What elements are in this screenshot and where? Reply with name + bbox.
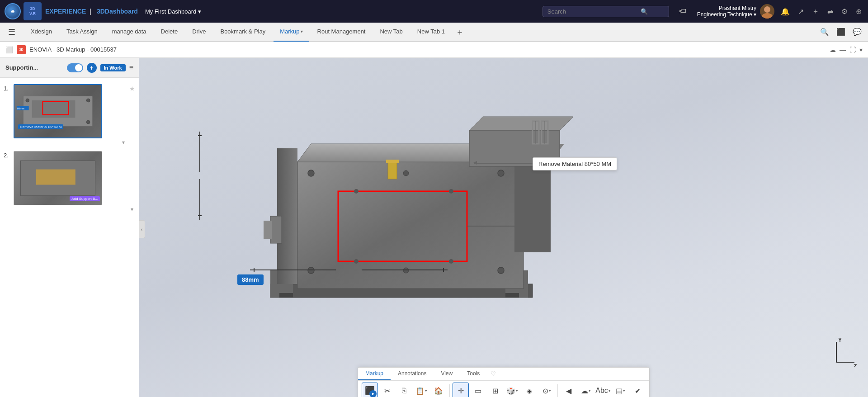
tab-annotations[interactable]: Annotations: [391, 368, 434, 380]
markup-list-item[interactable]: 1.: [0, 81, 139, 148]
thumb-part-image: Add Support B...: [14, 151, 102, 205]
sidebar-add-button[interactable]: +: [87, 63, 97, 73]
nav-delete[interactable]: Delete: [155, 23, 184, 42]
toggle-switch[interactable]: [67, 63, 83, 72]
dimension-88mm: 88mm: [237, 274, 264, 285]
render-button[interactable]: ◈: [521, 383, 538, 397]
svg-point-46: [449, 259, 453, 264]
app-icon: 3D V.R: [24, 2, 42, 20]
back-button[interactable]: ◀: [561, 383, 577, 397]
svg-point-7: [86, 120, 90, 124]
svg-point-44: [449, 189, 453, 194]
user-area[interactable]: Prashant Mistry Engineering Technique ▾: [697, 4, 774, 19]
star-icon[interactable]: ★: [129, 84, 135, 92]
dashboard-link[interactable]: 3DDashboard: [97, 8, 138, 15]
svg-point-31: [403, 170, 409, 176]
measure-button[interactable]: ▤ ▾: [612, 383, 628, 397]
3d-dropdown-icon: ▾: [516, 388, 518, 393]
expand-icon[interactable]: ▾: [131, 206, 133, 213]
svg-point-6: [86, 99, 90, 102]
text-button[interactable]: Abc ▾: [595, 383, 611, 397]
panel-expand-icon[interactable]: ▾: [859, 46, 863, 53]
favorite-icon[interactable]: ♡: [487, 368, 500, 380]
cloud-button[interactable]: ☁ ▾: [578, 383, 594, 397]
rectangle-button[interactable]: ▭: [470, 383, 486, 397]
paste-button[interactable]: 📋 ▾: [413, 383, 429, 397]
tab-markup[interactable]: Markup: [358, 368, 391, 380]
svg-point-29: [498, 170, 504, 176]
cut-button[interactable]: ✂: [379, 383, 395, 397]
tag-icon[interactable]: 🏷: [677, 5, 688, 17]
3d-view-button[interactable]: 🎲 ▾: [504, 383, 520, 397]
expand-icon[interactable]: ▾: [122, 139, 125, 146]
nav-rout-management[interactable]: Rout Management: [311, 23, 372, 42]
crosshair-button[interactable]: ✛: [453, 383, 469, 397]
hamburger-menu[interactable]: ☰: [5, 25, 19, 39]
tab-tools[interactable]: Tools: [460, 368, 487, 380]
enovia-title-bar: ⬜ 3D ENOVIA - 3D Markup - 00015537 ☁ — ⛶…: [0, 42, 868, 58]
logo-area: ⊕ 3D V.R: [5, 2, 42, 20]
sidebar-collapse-arrow[interactable]: ‹: [139, 220, 145, 238]
in-work-badge: In Work: [100, 64, 126, 71]
crosshair-icon: ✛: [458, 387, 464, 395]
view-options-button[interactable]: ⊙ ▾: [538, 383, 555, 397]
compass-logo[interactable]: ⊕: [5, 3, 21, 19]
paste-icon: 📋: [415, 387, 425, 395]
nav-manage-data[interactable]: manage data: [106, 23, 153, 42]
markup-list-item[interactable]: 2. Add Support B... ▾: [0, 148, 139, 215]
svg-marker-26: [469, 117, 573, 130]
notification-icon[interactable]: 🔔: [779, 5, 792, 18]
grid-button[interactable]: ⊞: [487, 383, 503, 397]
cloud-icon[interactable]: ☁: [830, 46, 836, 53]
add-icon[interactable]: ＋: [810, 5, 821, 18]
nav-new-tab[interactable]: New Tab: [373, 23, 409, 42]
nav-new-tab-1[interactable]: New Tab 1: [411, 23, 451, 42]
maximize-icon[interactable]: ⛶: [849, 46, 856, 53]
svg-rect-17: [279, 293, 293, 298]
connect-icon[interactable]: ⇌: [826, 5, 835, 18]
nav-bookmark-play[interactable]: Bookmark & Play: [214, 23, 272, 42]
capture-button[interactable]: ⬛ ▶: [362, 383, 378, 397]
toggle-knob: [75, 64, 82, 71]
chat-icon[interactable]: 💬: [851, 26, 863, 38]
3d-view-icon: 🎲: [506, 387, 515, 395]
add-tab-button[interactable]: ＋: [453, 27, 467, 38]
zoom-icon[interactable]: 🔍: [818, 26, 831, 38]
sidebar-toggle-icon[interactable]: ⬜: [5, 46, 13, 53]
markup-thumbnail[interactable]: Add Support B...: [14, 151, 102, 205]
cut-icon: ✂: [384, 387, 390, 395]
brand-name: EXPERIENCE: [45, 8, 86, 15]
brand-separator: |: [90, 8, 91, 15]
search-input[interactable]: [547, 8, 638, 15]
top-icons: 🏷 Prashant Mistry Engineering Technique …: [677, 4, 863, 19]
nav-drive[interactable]: Drive: [186, 23, 212, 42]
tab-view[interactable]: View: [434, 368, 460, 380]
svg-rect-23: [514, 162, 551, 252]
nav-markup[interactable]: Markup ▾: [274, 23, 309, 42]
nav-xdesign[interactable]: Xdesign: [24, 23, 58, 42]
sidebar-menu-icon[interactable]: ≡: [129, 64, 133, 72]
markup-thumbnail[interactable]: 88mm Remove Material 80*50 M: [14, 84, 102, 138]
validate-button[interactable]: ✔: [629, 383, 646, 397]
toolbar-buttons: ⬛ ▶ ✂ ⎘ 📋 ▾ 🏠 ✛ ▭ ⊞ 🎲 ▾: [358, 381, 649, 397]
search-bar[interactable]: 🔍: [542, 6, 669, 17]
markup-list: 1.: [0, 78, 139, 397]
dashboard-dropdown[interactable]: My First Dashboard ▾: [145, 8, 201, 15]
3d-viewport[interactable]: 88mm 156mm Remove Material 80*50 MM Y Z: [139, 58, 868, 397]
cloud-dropdown-icon: ▾: [589, 388, 591, 393]
measure-icon: ▤: [616, 387, 623, 395]
share-icon[interactable]: ↗: [796, 5, 806, 18]
help-icon[interactable]: ⊕: [854, 5, 863, 18]
measure-dropdown-icon: ▾: [623, 388, 625, 393]
nav-task-assign[interactable]: Task Assign: [60, 23, 104, 42]
svg-text:88mm: 88mm: [17, 107, 24, 110]
screen-icon[interactable]: ⬛: [835, 26, 847, 38]
tools-icon[interactable]: ⚙: [840, 5, 849, 18]
enovia-title: ENOVIA - 3D Markup - 00015537: [29, 46, 826, 53]
view-dropdown-icon: ▾: [549, 388, 551, 393]
3d-part-model: [198, 94, 614, 347]
copy-button[interactable]: ⎘: [396, 383, 412, 397]
svg-point-45: [354, 259, 359, 264]
minimize-icon[interactable]: —: [840, 46, 846, 53]
home-button[interactable]: 🏠: [430, 383, 447, 397]
